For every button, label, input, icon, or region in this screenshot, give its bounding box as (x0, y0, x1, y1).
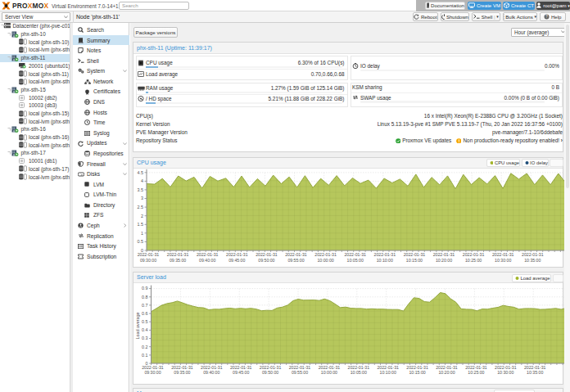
svg-text:0.9: 0.9 (142, 286, 148, 291)
svg-text:09:35:00: 09:35:00 (174, 370, 190, 375)
svg-text:2022-01-31: 2022-01-31 (142, 365, 164, 370)
svg-text:10:00:00: 10:00:00 (321, 370, 337, 375)
svg-text:2022-01-31: 2022-01-31 (465, 365, 487, 370)
svg-text:2022-01-31: 2022-01-31 (319, 365, 341, 370)
svg-text:0.6: 0.6 (142, 311, 148, 316)
svg-text:0.4: 0.4 (142, 327, 148, 332)
svg-text:0.7: 0.7 (142, 303, 148, 308)
svg-text:2022-01-31: 2022-01-31 (201, 365, 223, 370)
svg-text:2022-01-31: 2022-01-31 (377, 365, 399, 370)
svg-text:10:25:00: 10:25:00 (468, 370, 484, 375)
svg-text:2022-01-31: 2022-01-31 (495, 365, 517, 370)
svg-text:09:45:00: 09:45:00 (233, 370, 249, 375)
svg-text:09:55:00: 09:55:00 (292, 370, 308, 375)
svg-text:0.2: 0.2 (142, 345, 148, 349)
svg-text:0.8: 0.8 (142, 295, 148, 300)
svg-text:2022-01-31: 2022-01-31 (524, 365, 546, 370)
svg-text:Load average: Load average (135, 313, 140, 340)
svg-text:10:10:00: 10:10:00 (380, 370, 396, 375)
svg-text:2022-01-31: 2022-01-31 (171, 365, 193, 370)
svg-text:0.1: 0.1 (142, 353, 148, 358)
svg-text:2022-01-31: 2022-01-31 (260, 365, 282, 370)
svg-text:09:40:00: 09:40:00 (203, 370, 219, 375)
svg-text:09:50:00: 09:50:00 (262, 370, 278, 375)
svg-text:09:30:00: 09:30:00 (144, 370, 161, 375)
svg-text:10:15:00: 10:15:00 (409, 370, 425, 375)
svg-text:10:30:00: 10:30:00 (497, 370, 513, 375)
svg-text:10:05:00: 10:05:00 (351, 370, 367, 375)
svg-text:2022-01-31: 2022-01-31 (348, 365, 370, 370)
svg-text:10:35:00: 10:35:00 (527, 370, 543, 375)
svg-text:10:20:00: 10:20:00 (438, 370, 455, 375)
svg-text:2022-01-31: 2022-01-31 (436, 365, 458, 370)
svg-text:0.3: 0.3 (142, 336, 148, 340)
svg-text:0.5: 0.5 (142, 319, 148, 324)
svg-text:2022-01-31: 2022-01-31 (289, 365, 311, 370)
svg-text:2022-01-31: 2022-01-31 (230, 365, 252, 370)
svg-text:2022-01-31: 2022-01-31 (406, 365, 428, 370)
